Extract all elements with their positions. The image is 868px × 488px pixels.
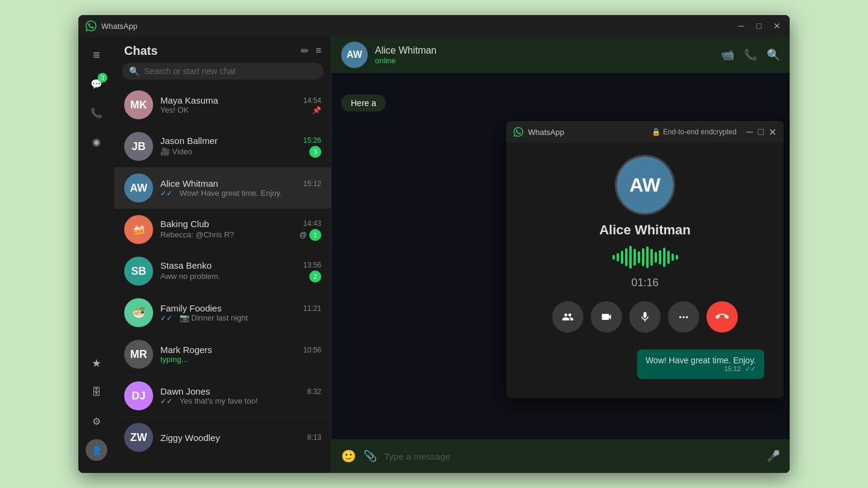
chat-time: 15:12 [303, 180, 321, 188]
chat-time: 8:32 [307, 387, 321, 396]
sidebar-settings-icon[interactable]: ⚙ [83, 408, 110, 434]
search-messages-icon[interactable]: 🔍 [767, 48, 780, 61]
chat-name: Ziggy Woodley [160, 433, 220, 443]
waveform-bar [650, 249, 653, 266]
emoji-icon[interactable]: 🙂 [341, 449, 356, 463]
chat-preview: ✓✓ Wow! Have great time. Enjoy. [160, 189, 321, 198]
call-timer: 01:16 [631, 277, 658, 289]
message-input[interactable] [384, 451, 760, 461]
chat-time: 14:54 [303, 96, 321, 105]
chat-info: Baking Club 14:43 Rebecca: @Chris R? @ 1 [160, 219, 321, 241]
avatar: MK [124, 90, 153, 119]
more-options-button[interactable]: ··· [668, 301, 699, 333]
chat-list-actions: ✏ ≡ [301, 45, 321, 57]
call-body: AW Alice Whitman [506, 143, 784, 349]
chat-preview: Yes! OK 📌 [160, 105, 321, 114]
chat-info: Alice Whitman 15:12 ✓✓ Wow! Have great t… [160, 178, 321, 198]
call-controls: ··· [552, 301, 738, 333]
main-area: ≡ 💬 3 📞 ◉ ★ 🗄 ⚙ 👤 Chats ✏ ≡ [78, 37, 790, 473]
chat-item-dawn-jones[interactable]: DJ Dawn Jones 8:32 ✓✓ Yes that's my fave… [115, 375, 331, 417]
chat-name: Stasa Benko [160, 260, 212, 271]
sidebar-profile-avatar[interactable]: 👤 [83, 437, 110, 463]
chat-name: Family Foodies [160, 303, 222, 313]
contact-name: Alice Whitman [375, 45, 714, 56]
avatar: 🍰 [124, 215, 153, 244]
last-message-time: 15:12 ✓✓ [646, 365, 756, 373]
chat-name: Dawn Jones [160, 386, 210, 396]
chat-info: Stasa Benko 13:56 Aww no problem. 2 [160, 260, 321, 283]
input-bar: 🙂 📎 🎤 [332, 439, 790, 473]
minimize-button[interactable]: ─ [735, 21, 746, 31]
call-last-message: Wow! Have great time. Enjoy. 15:12 ✓✓ [506, 349, 784, 398]
sidebar-starred-icon[interactable]: ★ [83, 350, 110, 377]
waveform-bar [612, 255, 615, 260]
waveform-bar [671, 254, 674, 261]
waveform-bar [676, 255, 678, 260]
chat-item-stasa-benko[interactable]: SB Stasa Benko 13:56 Aww no problem. 2 [115, 251, 331, 292]
attach-icon[interactable]: 📎 [363, 449, 377, 463]
chat-preview: Rebecca: @Chris R? @ 1 [160, 229, 321, 241]
last-message-bubble: Wow! Have great time. Enjoy. 15:12 ✓✓ [637, 349, 764, 379]
chat-window: AW Alice Whitman online 📹 📞 🔍 Here a [332, 37, 790, 473]
chat-item-mark-rogers[interactable]: MR Mark Rogers 10:56 typing... [115, 334, 331, 375]
chat-preview: ✓✓ Yes that's my fave too! [160, 396, 321, 405]
chat-time: 8:13 [307, 433, 321, 442]
waveform-bar [629, 246, 632, 269]
chat-info: Ziggy Woodley 8:13 [160, 433, 321, 443]
waveform-bar [625, 248, 627, 266]
search-icon: 🔍 [129, 66, 139, 76]
call-title: WhatsApp [528, 128, 647, 137]
chat-name: Baking Club [160, 219, 209, 229]
search-input[interactable] [144, 66, 316, 76]
call-contact-avatar: AW [615, 155, 675, 215]
waveform-bar [655, 252, 657, 263]
mute-button[interactable] [629, 301, 661, 333]
call-minimize-button[interactable]: ─ [746, 127, 753, 138]
chat-info: Maya Kasuma 14:54 Yes! OK 📌 [160, 95, 321, 114]
chat-time: 10:56 [303, 346, 321, 354]
chat-list-header: Chats ✏ ≡ [115, 37, 331, 63]
waveform-bar [667, 251, 670, 264]
chat-item-baking-club[interactable]: 🍰 Baking Club 14:43 Rebecca: @Chris R? @… [115, 209, 331, 251]
search-bar: 🔍 [122, 63, 324, 80]
chat-header: AW Alice Whitman online 📹 📞 🔍 [332, 37, 790, 73]
call-close-button[interactable]: ✕ [769, 127, 776, 138]
avatar: DJ [124, 381, 153, 410]
video-toggle-button[interactable] [591, 301, 622, 333]
chat-item-maya-kasuma[interactable]: MK Maya Kasuma 14:54 Yes! OK 📌 [115, 84, 331, 126]
call-contact-name: Alice Whitman [599, 222, 691, 238]
voice-call-icon[interactable]: 📞 [744, 48, 757, 61]
avatar: 🍜 [124, 298, 153, 327]
maximize-button[interactable]: □ [753, 21, 764, 31]
filter-icon[interactable]: ≡ [316, 45, 321, 57]
sidebar-menu-icon[interactable]: ≡ [83, 42, 110, 68]
chat-item-alice-whitman[interactable]: AW Alice Whitman 15:12 ✓✓ Wow! Have grea… [115, 167, 331, 209]
video-call-icon[interactable]: 📹 [721, 48, 734, 61]
chat-item-jason-ballmer[interactable]: JB Jason Ballmer 15:26 🎥 Video 3 [115, 126, 331, 167]
unread-badge: 2 [309, 271, 321, 283]
call-maximize-button[interactable]: □ [758, 127, 764, 138]
call-title-bar: WhatsApp 🔒 End-to-end endcrypted ─ □ ✕ [506, 121, 784, 143]
sidebar-status-icon[interactable]: ◉ [83, 128, 110, 155]
new-chat-icon[interactable]: ✏ [301, 45, 309, 57]
microphone-icon[interactable]: 🎤 [767, 449, 780, 463]
close-button[interactable]: ✕ [772, 21, 782, 31]
call-overlay: WhatsApp 🔒 End-to-end endcrypted ─ □ ✕ A… [506, 121, 784, 398]
sidebar-calls-icon[interactable]: 📞 [83, 99, 110, 126]
sidebar-archived-icon[interactable]: 🗄 [83, 379, 110, 405]
end-call-button[interactable] [706, 301, 738, 333]
chat-name: Mark Rogers [160, 345, 212, 355]
chat-item-family-foodies[interactable]: 🍜 Family Foodies 11:21 ✓✓ 📷 Dinner last … [115, 292, 331, 334]
call-waveform [612, 245, 678, 269]
pin-icon: 📌 [312, 106, 321, 114]
participants-button[interactable] [552, 301, 583, 333]
unread-badge: 3 [309, 146, 321, 158]
avatar: JB [124, 132, 153, 161]
chats-badge: 3 [98, 73, 107, 83]
last-message-text: Wow! Have great time. Enjoy. [646, 355, 756, 365]
window-controls: ─ □ ✕ [735, 21, 782, 31]
sidebar-chats-icon[interactable]: 💬 3 [83, 70, 110, 97]
whatsapp-logo-icon [86, 20, 96, 31]
lock-icon: 🔒 [652, 128, 661, 136]
chat-item-ziggy-woodley[interactable]: ZW Ziggy Woodley 8:13 [115, 417, 331, 458]
